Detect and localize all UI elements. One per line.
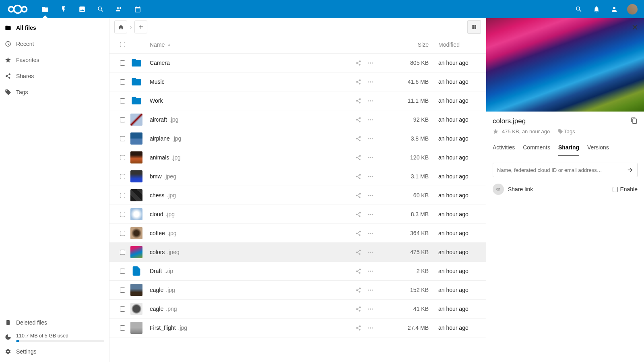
- share-action[interactable]: [352, 246, 364, 258]
- more-action[interactable]: [364, 189, 376, 201]
- tags-button[interactable]: Tags: [558, 128, 575, 134]
- file-row[interactable]: animals.jpg120 KBan hour ago: [109, 148, 486, 167]
- share-action[interactable]: [352, 227, 364, 239]
- enable-link-toggle[interactable]: Enable: [613, 186, 638, 192]
- notifications-icon[interactable]: [588, 0, 605, 18]
- more-action[interactable]: [364, 170, 376, 182]
- select-all-checkbox[interactable]: [120, 42, 125, 47]
- home-crumb[interactable]: [114, 21, 127, 33]
- share-input[interactable]: [493, 167, 623, 173]
- file-modified: an hour ago: [429, 192, 481, 199]
- calendar-app-icon[interactable]: [130, 0, 146, 18]
- share-action[interactable]: [352, 95, 364, 107]
- more-action[interactable]: [364, 265, 376, 277]
- close-panel-button[interactable]: ✕: [630, 22, 640, 33]
- share-action[interactable]: [352, 76, 364, 88]
- logo[interactable]: [3, 4, 32, 15]
- file-row[interactable]: Work11.1 MBan hour ago: [109, 91, 486, 110]
- row-checkbox[interactable]: [120, 325, 125, 331]
- row-checkbox[interactable]: [120, 250, 125, 255]
- row-checkbox[interactable]: [120, 193, 125, 198]
- file-row[interactable]: Camera805 KBan hour ago: [109, 54, 486, 72]
- file-row[interactable]: bmw.jpeg3.1 MBan hour ago: [109, 167, 486, 186]
- file-row[interactable]: airplane.jpg3.8 MBan hour ago: [109, 129, 486, 148]
- share-submit-button[interactable]: [623, 163, 637, 177]
- more-action[interactable]: [364, 208, 376, 220]
- sidebar-item-shares[interactable]: Shares: [0, 68, 109, 84]
- share-action[interactable]: [352, 284, 364, 296]
- file-row[interactable]: coffee.jpg364 KBan hour ago: [109, 224, 486, 243]
- file-name: coffee.jpg: [150, 230, 352, 236]
- trash-icon: [5, 319, 11, 326]
- avatar[interactable]: [627, 4, 638, 14]
- more-action[interactable]: [364, 132, 376, 145]
- row-checkbox[interactable]: [120, 212, 125, 217]
- share-action[interactable]: [352, 322, 364, 334]
- file-row[interactable]: colors.jpeg475 KBan hour ago: [109, 243, 486, 262]
- tab-comments[interactable]: Comments: [523, 144, 550, 156]
- tab-activities[interactable]: Activities: [493, 144, 515, 156]
- star-icon[interactable]: [493, 128, 499, 134]
- file-row[interactable]: cloud.jpg8.3 MBan hour ago: [109, 205, 486, 224]
- settings-nav[interactable]: Settings: [0, 344, 109, 359]
- row-checkbox[interactable]: [120, 136, 125, 141]
- row-checkbox[interactable]: [120, 117, 125, 122]
- share-action[interactable]: [352, 57, 364, 69]
- file-row[interactable]: eagle.jpg152 KBan hour ago: [109, 281, 486, 300]
- sidebar-item-tags[interactable]: Tags: [0, 84, 109, 100]
- enable-checkbox[interactable]: [613, 187, 618, 192]
- row-checkbox[interactable]: [120, 306, 125, 312]
- sidebar-item-fav[interactable]: Favorites: [0, 52, 109, 68]
- more-action[interactable]: [364, 114, 376, 126]
- new-button[interactable]: +: [134, 21, 147, 33]
- row-checkbox[interactable]: [120, 79, 125, 85]
- files-app-icon[interactable]: [37, 0, 53, 18]
- row-checkbox[interactable]: [120, 98, 125, 103]
- contacts-app-icon[interactable]: [111, 0, 127, 18]
- row-checkbox[interactable]: [120, 60, 125, 66]
- row-checkbox[interactable]: [120, 231, 125, 236]
- more-action[interactable]: [364, 284, 376, 296]
- copy-path-button[interactable]: [631, 117, 638, 125]
- share-action[interactable]: [352, 114, 364, 126]
- size-column-header[interactable]: Size: [384, 41, 429, 48]
- share-action[interactable]: [352, 265, 364, 277]
- file-row[interactable]: Music41.6 MBan hour ago: [109, 72, 486, 91]
- file-row[interactable]: chess.jpg60 KBan hour ago: [109, 186, 486, 205]
- share-action[interactable]: [352, 170, 364, 182]
- file-row[interactable]: aircraft.jpg92 KBan hour ago: [109, 110, 486, 129]
- share-action[interactable]: [352, 303, 364, 315]
- more-action[interactable]: [364, 322, 376, 334]
- more-action[interactable]: [364, 227, 376, 239]
- share-action[interactable]: [352, 208, 364, 220]
- gallery-app-icon[interactable]: [74, 0, 90, 18]
- row-checkbox[interactable]: [120, 269, 125, 274]
- tab-sharing[interactable]: Sharing: [558, 144, 579, 156]
- more-action[interactable]: [364, 246, 376, 258]
- tab-versions[interactable]: Versions: [587, 144, 609, 156]
- search-app-icon[interactable]: [93, 0, 109, 18]
- activity-app-icon[interactable]: [56, 0, 72, 18]
- row-checkbox[interactable]: [120, 174, 125, 179]
- modified-column-header[interactable]: Modified: [429, 41, 481, 48]
- deleted-files-nav[interactable]: Deleted files: [0, 315, 109, 330]
- more-action[interactable]: [364, 151, 376, 163]
- grid-view-toggle[interactable]: [467, 20, 481, 34]
- more-action[interactable]: [364, 303, 376, 315]
- more-action[interactable]: [364, 57, 376, 69]
- share-action[interactable]: [352, 189, 364, 201]
- share-action[interactable]: [352, 151, 364, 163]
- file-row[interactable]: eagle.png41 KBan hour ago: [109, 300, 486, 319]
- share-action[interactable]: [352, 132, 364, 145]
- file-row[interactable]: First_flight.jpg27.4 MBan hour ago: [109, 319, 486, 337]
- sidebar-item-recent[interactable]: Recent: [0, 36, 109, 52]
- more-action[interactable]: [364, 95, 376, 107]
- row-checkbox[interactable]: [120, 288, 125, 293]
- file-row[interactable]: Draft.zip2 KBan hour ago: [109, 262, 486, 281]
- search-icon[interactable]: [571, 0, 587, 18]
- name-column-header[interactable]: Name▲: [150, 41, 352, 48]
- contacts-menu-icon[interactable]: [606, 0, 622, 18]
- more-action[interactable]: [364, 76, 376, 88]
- sidebar-item-all[interactable]: All files: [0, 20, 109, 36]
- row-checkbox[interactable]: [120, 155, 125, 160]
